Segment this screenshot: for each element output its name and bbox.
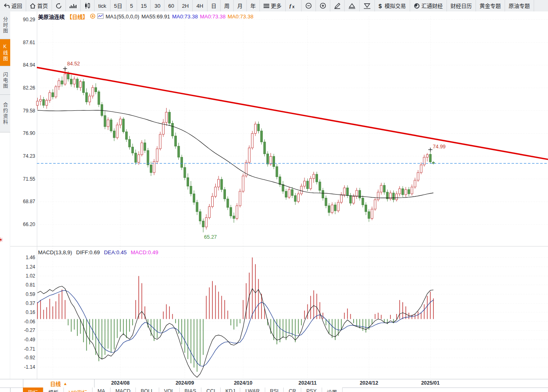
price-tick: 71.55 [10, 176, 35, 182]
sim-trading-button[interactable]: $模拟交易 [375, 0, 410, 11]
tab-vol[interactable]: VOL [159, 388, 180, 392]
tab-cr[interactable]: CR [284, 388, 301, 392]
period-day2-button[interactable]: 日 [207, 0, 221, 11]
month-label: 2024/11 [298, 380, 317, 386]
macd-tick: 0.59 [10, 291, 35, 297]
sidebar-item-lightning-chart[interactable]: 闪电图 [0, 66, 10, 95]
tick-button-label: tick [98, 0, 106, 11]
period-60-button-label: 60 [168, 0, 174, 11]
mini-chart-icon[interactable] [97, 13, 104, 20]
period-month-button[interactable]: 月 [234, 0, 247, 11]
period-selector[interactable]: 日线 ▲ [23, 379, 95, 388]
home-button[interactable]: 首页 [26, 0, 52, 11]
candlestick-icon [84, 3, 90, 9]
period-5d-button[interactable]: 5日 [111, 0, 126, 11]
triangle-down-button[interactable] [360, 0, 375, 11]
period-5-button-label: 5 [130, 0, 133, 11]
period-15-button-label: 15 [141, 0, 147, 11]
triangle-up-button[interactable] [345, 0, 360, 11]
price-tick: 66.20 [10, 222, 35, 227]
period-label: 【日线】 [67, 13, 88, 20]
tab-bias[interactable]: BIAS [180, 388, 202, 392]
add-indicator-icon[interactable] [90, 13, 95, 20]
fx678-icon [414, 3, 420, 9]
period-60-button[interactable]: 60 [165, 0, 178, 11]
sidebar: 分时图K线图闪电图合约资料 [0, 11, 11, 392]
tab-psy[interactable]: PSY [301, 388, 322, 392]
price-tick: 82.26 [10, 85, 35, 91]
tab-cci[interactable]: CCI [201, 388, 221, 392]
tab-rsi[interactable]: RSI [265, 388, 284, 392]
period-month-button-label: 月 [237, 0, 243, 11]
month-label: 2024/10 [234, 380, 252, 386]
draw-button[interactable] [330, 0, 345, 11]
sidebar-empty [0, 132, 10, 392]
toolbar: 返回首页tick5日51530602H4H日周月年更多fx$模拟交易汇通财经财经… [0, 0, 548, 12]
macd-value: MACD:0.49 [131, 249, 158, 255]
period-5-button[interactable]: 5 [126, 0, 137, 11]
tab-indicator[interactable]: 指标 [23, 388, 43, 392]
gold-topic-button[interactable]: 黄金专题 [476, 0, 505, 11]
period-5d-button-label: 5日 [114, 0, 122, 11]
macd-tick: 0.81 [10, 282, 35, 288]
period-30-button[interactable]: 30 [151, 0, 164, 11]
sidebar-item-contract-info[interactable]: 合约资料 [0, 95, 10, 132]
main-candlestick-chart[interactable]: 84.5265.2774.99 [10, 11, 548, 246]
tab-ma[interactable]: MA [92, 388, 111, 392]
home-button-label: 首页 [37, 0, 48, 11]
macd-tick: 0.37 [10, 300, 35, 306]
period-year-button[interactable]: 年 [247, 0, 260, 11]
tab-vip-indicator[interactable]: VIP指标 [64, 388, 92, 392]
app-window: { "toolbar": { "items": [ {"name":"back-… [0, 0, 548, 392]
tab-kdj[interactable]: KDJ [221, 388, 241, 392]
refresh-button[interactable] [52, 0, 66, 11]
price-tick: 68.87 [10, 199, 35, 204]
period-week-button[interactable]: 周 [221, 0, 234, 11]
period-2h-button[interactable]: 2H [178, 0, 193, 11]
month-label: 2024/08 [111, 380, 129, 386]
time-axis-row: 日线 ▲ 2024/072024/082024/092024/102024/11… [0, 379, 548, 388]
home-icon [30, 3, 36, 9]
triangle-up-icon: ▲ [63, 381, 68, 386]
more-icon [264, 4, 269, 8]
triangle-down-icon [363, 3, 371, 9]
tab-template[interactable]: 模板 [43, 388, 64, 392]
tab-settings[interactable]: 设置 [322, 388, 343, 392]
gold-topic-button-label: 黄金专题 [480, 0, 501, 11]
period-day-button[interactable]: 4H [193, 0, 207, 11]
area-chart-icon [70, 3, 77, 9]
more-button[interactable]: 更多 [260, 0, 286, 11]
fx678-button-label: 汇通财经 [422, 0, 443, 11]
price-tick: 84.94 [10, 62, 35, 68]
ma0-blue-value: MA0:73.38 [172, 13, 198, 20]
sidebar-item-time-chart[interactable]: 分时图 [0, 11, 10, 39]
back-button[interactable]: 返回 [0, 0, 26, 11]
candlestick-button[interactable] [81, 0, 95, 11]
macd-tick: -0.27 [10, 327, 35, 333]
calendar-button-label: 财经日历 [451, 0, 472, 11]
area-chart-button[interactable] [66, 0, 81, 11]
zoom-in-button[interactable] [316, 0, 330, 11]
macd-tick: 1.02 [10, 273, 35, 279]
sidebar-item-kline-chart[interactable]: K线图 [0, 39, 10, 66]
tab-macd[interactable]: MACD [111, 388, 136, 392]
indicator-fx-button[interactable]: fx [286, 0, 302, 11]
triangle-up-icon [348, 3, 356, 9]
tick-button[interactable]: tick [95, 0, 111, 11]
zoom-in-icon [320, 2, 326, 9]
chart-area[interactable]: 84.5265.2774.99 90.2987.6184.9482.2679.5… [10, 11, 548, 379]
zoom-out-button[interactable] [302, 0, 316, 11]
tab-lwr[interactable]: LW&R [240, 388, 265, 392]
calendar-button[interactable]: 财经日历 [447, 0, 476, 11]
period-year-button-label: 年 [250, 0, 256, 11]
crude-topic-button[interactable]: 原油专题 [505, 0, 534, 11]
sim-trading-icon: $ [379, 3, 383, 9]
tab-boll[interactable]: BOLL [136, 388, 159, 392]
back-button-label: 返回 [11, 0, 22, 11]
indicator-tab-bar: 指标模板VIP指标MAMACDBOLLVOLBIASCCIKDJLW&RRSIC… [23, 388, 343, 392]
macd-indicator-chart[interactable] [10, 246, 548, 379]
fx678-button[interactable]: 汇通财经 [410, 0, 447, 11]
period-15-button[interactable]: 15 [137, 0, 151, 11]
refresh-icon [56, 3, 62, 9]
indicator-settings-sun-icon[interactable]: ☀ [0, 237, 3, 243]
